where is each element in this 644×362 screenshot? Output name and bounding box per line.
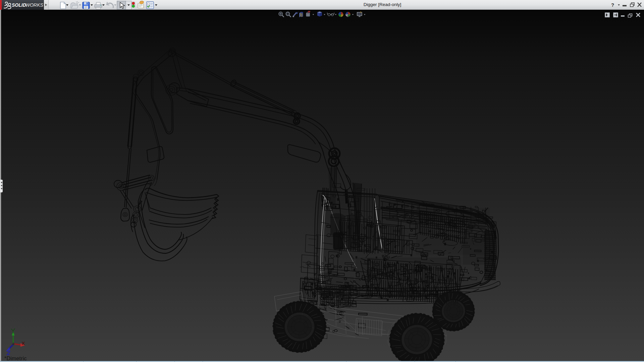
- svg-text:?: ?: [611, 2, 614, 8]
- svg-text:SOLID: SOLID: [12, 2, 26, 8]
- svg-text:WORKS: WORKS: [25, 2, 44, 8]
